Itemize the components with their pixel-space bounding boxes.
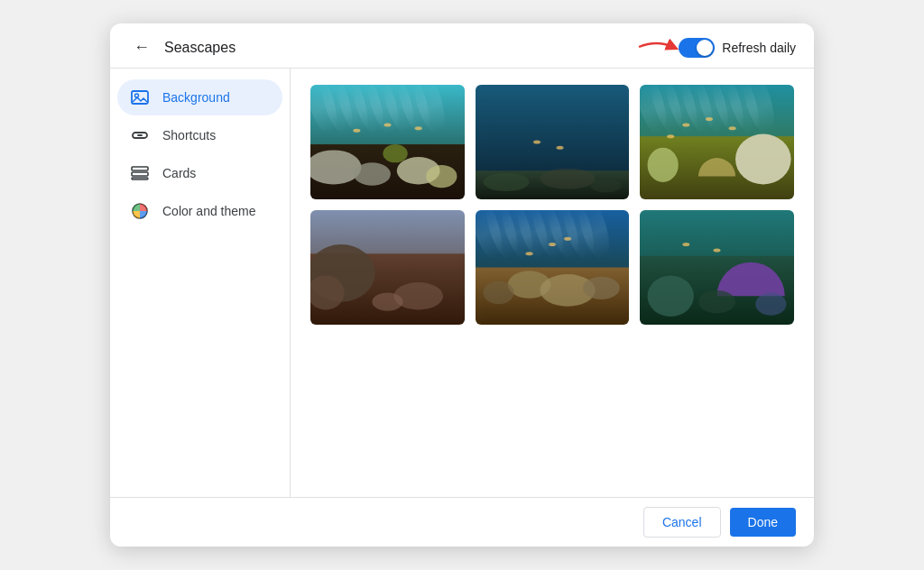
arrow-indicator bbox=[635, 34, 679, 60]
image-cell-6[interactable] bbox=[638, 208, 796, 326]
image-cell-5[interactable] bbox=[474, 208, 632, 326]
image-cell-2[interactable] bbox=[474, 83, 632, 201]
sidebar: Background Shortcuts bbox=[110, 69, 291, 497]
image-canvas-5 bbox=[476, 210, 630, 325]
back-button[interactable]: ← bbox=[128, 36, 155, 59]
image-canvas-6 bbox=[640, 210, 794, 325]
done-button[interactable]: Done bbox=[730, 508, 796, 537]
header-left: ← Seascapes bbox=[128, 36, 236, 59]
sidebar-item-cards[interactable]: Cards bbox=[117, 155, 282, 191]
header-right: Refresh daily bbox=[679, 38, 796, 58]
shortcuts-icon bbox=[130, 126, 150, 144]
image-cell-1[interactable] bbox=[309, 83, 467, 201]
dialog-title: Seascapes bbox=[164, 40, 236, 56]
dialog-header: ← Seascapes Refresh daily bbox=[110, 23, 814, 69]
toggle-label: Refresh daily bbox=[722, 41, 796, 55]
arrow-svg bbox=[635, 34, 679, 60]
image-canvas-3 bbox=[640, 85, 794, 199]
sidebar-item-shortcuts[interactable]: Shortcuts bbox=[117, 117, 282, 153]
sidebar-item-background[interactable]: Background bbox=[117, 79, 282, 115]
image-cell-4[interactable] bbox=[309, 208, 467, 326]
image-canvas-4 bbox=[310, 210, 465, 325]
sidebar-item-background-label: Background bbox=[162, 90, 230, 105]
cancel-button[interactable]: Cancel bbox=[643, 507, 721, 538]
svg-rect-7 bbox=[132, 178, 148, 179]
color-theme-icon bbox=[130, 202, 150, 220]
image-canvas-1 bbox=[310, 85, 465, 199]
toggle-wrapper: Refresh daily bbox=[679, 38, 796, 58]
sidebar-item-cards-label: Cards bbox=[162, 166, 196, 180]
image-cell-3[interactable] bbox=[638, 83, 796, 201]
toggle-knob bbox=[697, 40, 713, 56]
image-canvas-2 bbox=[476, 85, 630, 199]
refresh-daily-toggle[interactable] bbox=[679, 38, 715, 58]
background-icon bbox=[130, 88, 150, 106]
cards-icon bbox=[130, 164, 150, 182]
sidebar-item-color-theme-label: Color and theme bbox=[162, 204, 256, 218]
svg-rect-5 bbox=[132, 167, 148, 170]
svg-rect-6 bbox=[132, 172, 148, 176]
sidebar-item-shortcuts-label: Shortcuts bbox=[162, 128, 216, 142]
svg-point-2 bbox=[135, 94, 139, 97]
sidebar-item-color-theme[interactable]: Color and theme bbox=[117, 193, 282, 229]
background-settings-dialog: ← Seascapes Refresh daily bbox=[110, 23, 814, 547]
image-grid bbox=[309, 83, 796, 326]
content-area bbox=[291, 69, 814, 497]
dialog-body: Background Shortcuts bbox=[110, 69, 814, 497]
dialog-footer: Cancel Done bbox=[110, 497, 814, 547]
svg-rect-1 bbox=[132, 91, 148, 104]
